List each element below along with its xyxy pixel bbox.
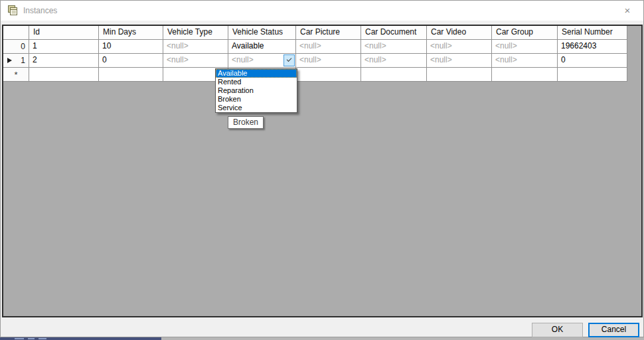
dropdown-item-reparation[interactable]: Reparation (216, 86, 297, 95)
header-row: IdMin DaysVehicle TypeVehicle StatusCar … (3, 26, 641, 40)
screen: Instances × IdMin DaysVehicle TypeVehicl… (0, 0, 644, 340)
ok-button[interactable]: OK (532, 323, 583, 337)
grid-cell[interactable]: 2 (29, 54, 99, 68)
grid-cell[interactable]: <null> (163, 40, 228, 54)
grid-cell[interactable] (296, 68, 361, 82)
background-window-strip (0, 337, 644, 340)
grid-cell[interactable] (558, 68, 627, 82)
grid-cell[interactable]: <null> (361, 40, 427, 54)
dropdown-item-rented[interactable]: Rented (216, 78, 297, 86)
new-row-header[interactable]: * (3, 68, 29, 82)
grid-cell[interactable]: <null> (492, 54, 558, 68)
column-header-car-video[interactable]: Car Video (427, 26, 492, 40)
column-header-car-group[interactable]: Car Group (492, 26, 558, 40)
dropdown-item-broken[interactable]: Broken (216, 95, 297, 104)
table-row: * (3, 68, 641, 82)
table-row: 120<null><null><null><null><null><null>0 (3, 54, 641, 68)
dropdown-item-service[interactable]: Service (216, 104, 297, 112)
instances-dialog: Instances × IdMin DaysVehicle TypeVehicl… (0, 0, 644, 337)
current-row-icon (7, 58, 12, 63)
grid-cell[interactable]: <null> (361, 54, 427, 68)
grid-cell[interactable]: <null> (296, 54, 361, 68)
grid-cell[interactable] (492, 68, 558, 82)
grid-corner-cell[interactable] (3, 26, 29, 40)
grid-cell[interactable]: 0 (99, 54, 163, 68)
column-header-serial-number[interactable]: Serial Number (558, 26, 627, 40)
column-header-car-picture[interactable]: Car Picture (296, 26, 361, 40)
grid-cell[interactable]: 19662403 (558, 40, 627, 54)
cancel-button[interactable]: Cancel (588, 323, 639, 337)
grid-cell[interactable]: Available (228, 40, 296, 54)
column-header-vehicle-status[interactable]: Vehicle Status (228, 26, 296, 40)
grid-cell[interactable]: <null> (296, 40, 361, 54)
row-header-1[interactable]: 1 (3, 54, 29, 68)
grid-cell[interactable]: <null> (163, 54, 228, 68)
grid-cell[interactable] (361, 68, 427, 82)
form-icon (8, 5, 19, 16)
grid-cell[interactable] (99, 68, 163, 82)
dropdown-item-available[interactable]: Available (216, 69, 297, 78)
grid-cell[interactable]: <null> (427, 40, 492, 54)
grid-cell[interactable]: 10 (99, 40, 163, 54)
tooltip: Broken (228, 116, 264, 129)
column-header-id[interactable]: Id (29, 26, 99, 40)
grid-cell[interactable]: 1 (29, 40, 99, 54)
grid-cell[interactable] (427, 68, 492, 82)
vehicle-status-dropdown-list: AvailableRentedReparationBrokenService (215, 68, 297, 113)
row-header-0[interactable]: 0 (3, 40, 29, 54)
row-number: 1 (21, 54, 29, 67)
window-title: Instances (23, 6, 57, 15)
grid-cell[interactable]: <null> (492, 40, 558, 54)
grid-cell[interactable] (29, 68, 99, 82)
new-row-icon: * (14, 68, 17, 82)
column-header-min-days[interactable]: Min Days (99, 26, 163, 40)
background-statusbar (0, 337, 161, 340)
chevron-down-icon (287, 56, 292, 62)
grid-cell[interactable]: <null> (228, 54, 296, 68)
title-bar[interactable]: Instances × (1, 1, 643, 21)
grid-cell[interactable]: <null> (427, 54, 492, 68)
instances-grid: IdMin DaysVehicle TypeVehicle StatusCar … (2, 25, 643, 317)
vehicle-status-dropdown-button[interactable] (283, 54, 295, 66)
row-number: 0 (21, 41, 29, 53)
table-row: 0110<null>Available<null><null><null><nu… (3, 40, 641, 54)
column-header-car-document[interactable]: Car Document (361, 26, 427, 40)
column-header-vehicle-type[interactable]: Vehicle Type (163, 26, 228, 40)
close-icon[interactable]: × (613, 1, 642, 21)
grid-cell[interactable]: 0 (558, 54, 627, 68)
